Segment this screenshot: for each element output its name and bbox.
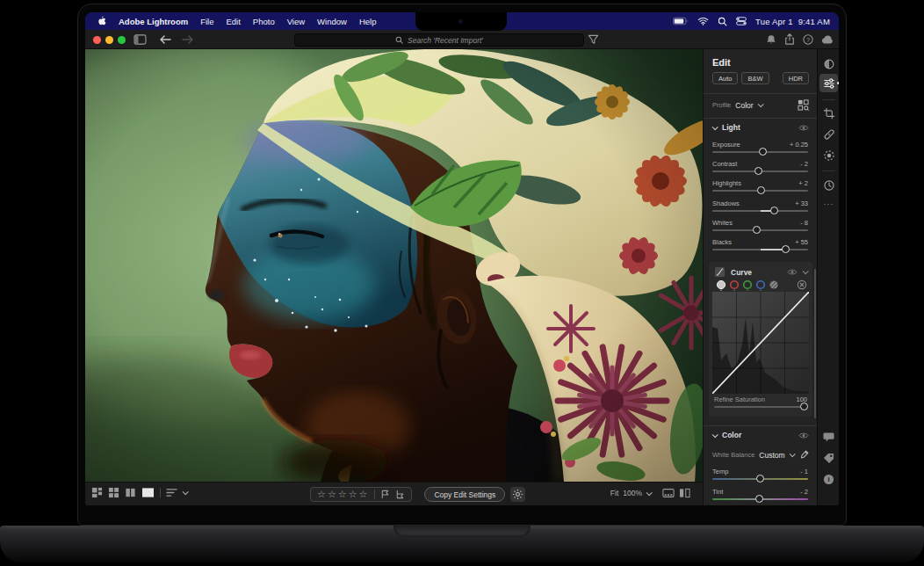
slider-knob[interactable]	[754, 167, 762, 175]
keywords-tag-button[interactable]	[821, 451, 836, 466]
before-after-icon[interactable]	[679, 488, 690, 498]
slider-track[interactable]	[712, 171, 808, 172]
minimize-button[interactable]	[105, 36, 113, 44]
menu-time[interactable]: 9:41 AM	[798, 17, 830, 26]
slider-track[interactable]	[712, 210, 808, 212]
curve-channel-selector[interactable]	[714, 279, 807, 291]
zoom-level[interactable]: 100%	[623, 489, 642, 497]
auto-button[interactable]: Auto	[712, 72, 738, 84]
slider-track[interactable]	[712, 498, 808, 500]
photo-canvas[interactable]	[85, 49, 703, 482]
help-icon[interactable]: ?	[803, 34, 813, 45]
hdr-button[interactable]: HDR	[783, 72, 809, 84]
search-placeholder: Search 'Recent Import'	[408, 36, 483, 45]
white-balance-eyedropper-icon[interactable]	[799, 450, 809, 460]
white-balance-chevron-icon[interactable]	[789, 451, 795, 457]
share-icon[interactable]	[784, 33, 795, 45]
color-section-header[interactable]: Color	[712, 431, 809, 439]
channel-blue-icon	[757, 281, 765, 289]
search-input[interactable]: Search 'Recent Import'	[294, 33, 584, 47]
notifications-bell-icon[interactable]	[766, 34, 776, 45]
laptop-screen-bezel: Adobe Lightroom File Edit Photo View Win…	[77, 4, 847, 526]
edit-tool-button[interactable]	[819, 74, 838, 92]
battery-icon[interactable]	[673, 17, 689, 25]
apple-menu[interactable]	[97, 16, 106, 27]
filter-icon[interactable]	[588, 34, 599, 45]
curve-collapse-chevron-icon[interactable]	[803, 268, 809, 274]
color-visibility-eye-icon[interactable]	[798, 432, 809, 439]
filmstrip-toggle-icon[interactable]	[662, 488, 675, 498]
slider-track[interactable]	[712, 478, 808, 480]
back-arrow-icon[interactable]	[159, 34, 171, 45]
slider-knob[interactable]	[782, 245, 790, 253]
zoom-button[interactable]	[118, 36, 126, 44]
sidebar-toggle-icon[interactable]	[134, 34, 147, 45]
menu-edit[interactable]: Edit	[226, 17, 240, 26]
slider-track[interactable]	[712, 151, 808, 153]
profile-chevron-icon[interactable]	[757, 101, 763, 107]
menu-date[interactable]: Tue Apr 1	[755, 17, 793, 26]
channel-parametric-icon	[769, 280, 777, 288]
menu-view[interactable]: View	[287, 17, 305, 26]
square-grid-view-icon[interactable]	[108, 487, 119, 498]
slider-knob[interactable]	[753, 226, 761, 234]
menu-photo[interactable]: Photo	[253, 17, 275, 26]
slider-knob[interactable]	[757, 186, 765, 194]
menu-file[interactable]: File	[200, 17, 213, 26]
detail-view-icon[interactable]	[141, 487, 155, 498]
wifi-icon[interactable]	[697, 17, 709, 25]
slider-knob[interactable]	[770, 207, 778, 214]
more-tools-button[interactable]: ···	[821, 197, 836, 212]
curve-grid[interactable]	[712, 292, 809, 394]
zoom-chevron-icon[interactable]	[646, 490, 653, 496]
slider-track[interactable]	[712, 190, 808, 192]
search-icon	[395, 36, 403, 44]
tool-rail: ··· i	[817, 49, 839, 505]
slider-knob[interactable]	[756, 475, 764, 483]
compare-view-icon[interactable]	[125, 487, 136, 498]
profile-value[interactable]: Color	[735, 101, 753, 110]
settings-gear-button[interactable]	[510, 487, 525, 502]
photo-image	[85, 49, 703, 482]
close-button[interactable]	[93, 36, 101, 44]
photo-grid-view-icon[interactable]	[91, 487, 103, 498]
menu-help[interactable]: Help	[359, 17, 377, 26]
healing-tool-button[interactable]	[821, 127, 836, 142]
menu-window[interactable]: Window	[317, 17, 347, 26]
spotlight-search-icon[interactable]	[718, 17, 727, 26]
slider-track[interactable]	[714, 406, 807, 408]
forward-arrow-icon[interactable]	[182, 34, 194, 45]
slider-knob[interactable]	[759, 148, 767, 156]
crop-tool-button[interactable]	[821, 105, 836, 120]
white-balance-value[interactable]: Custom	[759, 451, 784, 460]
pick-flag-icon[interactable]	[380, 490, 390, 499]
light-visibility-eye-icon[interactable]	[798, 124, 809, 132]
screen: Adobe Lightroom File Edit Photo View Win…	[85, 12, 839, 505]
light-section-header[interactable]: Light	[712, 123, 809, 132]
sort-icon[interactable]	[166, 488, 177, 497]
svg-text:i: i	[827, 475, 829, 483]
edit-panel: Edit Auto B&W HDR Profile Color	[703, 49, 817, 505]
star-rating[interactable]: ☆☆☆☆☆	[317, 490, 369, 499]
masking-tool-button[interactable]	[821, 148, 836, 163]
cloud-sync-icon[interactable]	[821, 35, 834, 44]
panel-scrollbar[interactable]	[814, 269, 816, 418]
bw-button[interactable]: B&W	[741, 72, 769, 84]
comments-button[interactable]	[821, 430, 836, 445]
sort-chevron-icon[interactable]	[183, 489, 189, 495]
curve-visibility-eye-icon[interactable]	[787, 268, 798, 276]
slider-track[interactable]	[712, 229, 808, 231]
active-tool-indicator	[837, 82, 839, 84]
reject-flag-icon[interactable]	[395, 490, 405, 499]
copy-edit-settings-button[interactable]: Copy Edit Settings	[424, 487, 505, 502]
slider-knob[interactable]	[755, 495, 763, 503]
slider-knob[interactable]	[800, 403, 808, 410]
versions-history-button[interactable]	[821, 178, 836, 192]
profile-browser-icon[interactable]	[798, 99, 809, 111]
presets-button[interactable]	[821, 56, 836, 71]
info-button[interactable]: i	[821, 472, 836, 487]
slider-track[interactable]	[712, 249, 808, 250]
zoom-fit-label[interactable]: Fit	[610, 489, 618, 497]
control-center-icon[interactable]	[736, 17, 747, 25]
menu-app-name[interactable]: Adobe Lightroom	[119, 17, 188, 26]
